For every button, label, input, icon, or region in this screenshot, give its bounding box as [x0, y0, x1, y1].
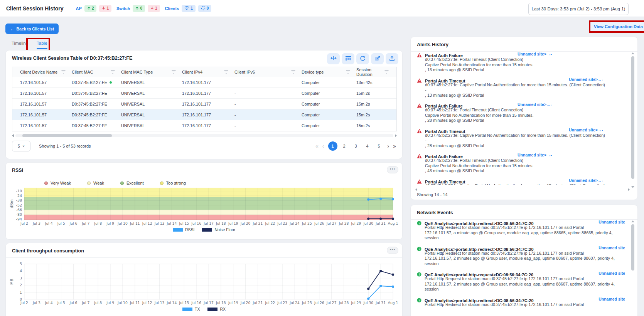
back-to-clients-button[interactable]: ← Back to Clients List [5, 24, 59, 34]
svg-text:Jul 10: Jul 10 [117, 221, 128, 225]
legend-swatch [202, 228, 212, 232]
alert-site-link[interactable]: Unnamed site>→- [569, 178, 603, 183]
cell-ipv4: 172.16.101.177 [182, 102, 234, 106]
scroll-up-icon[interactable] [631, 220, 634, 222]
first-page-button[interactable]: « [315, 143, 319, 149]
event-site-link[interactable]: Unnamed site [598, 245, 625, 250]
filter-icon[interactable] [384, 70, 389, 74]
table-row[interactable]: 172.16.101.57D0:37:45:B2:27:FEUNIVERSAL1… [12, 99, 396, 109]
event-site-link[interactable]: Unnamed site [598, 271, 625, 276]
alert-detail-line: , 43 minutes ago @ SSID Portal [425, 168, 625, 174]
refresh-button[interactable] [356, 53, 369, 64]
cell-duration: 15m 2s [356, 113, 395, 117]
alert-site-link[interactable]: Unnamed site>→- [569, 77, 603, 82]
table-row[interactable]: 172.16.101.57D0:37:45:B2:27:FEUNIVERSAL1… [12, 120, 396, 131]
legend-item[interactable]: RX [207, 307, 226, 311]
filter-icon[interactable] [111, 70, 115, 74]
ap-down-badge[interactable]: 1 [99, 5, 111, 12]
switch-up-badge[interactable]: 0 [133, 5, 145, 12]
table-row[interactable]: 172.16.101.57D0:37:45:B2:27:FEUNIVERSAL1… [12, 109, 396, 120]
scroll-down-icon[interactable] [631, 186, 634, 188]
clients-other-badge[interactable]: 0 [198, 5, 212, 12]
scrollbar-thumb[interactable] [631, 56, 634, 179]
alert-site-link[interactable]: Unnamed site>→- [569, 128, 603, 132]
alert-item[interactable]: Portal Auth TimeoutUnnamed site>→-d0:37:… [417, 178, 625, 185]
open-external-button[interactable] [371, 53, 384, 64]
scrollbar-track[interactable] [15, 134, 393, 137]
network-event-item[interactable]: QoE Analytics>portal.http-redirect>DC:08… [417, 220, 625, 241]
tab-timeline[interactable]: Timeline [12, 41, 28, 49]
cell-client-mac: D0:37:45:B2:27:FE [72, 80, 121, 85]
page-button[interactable]: 4 [363, 141, 372, 151]
columns-button[interactable] [342, 53, 354, 64]
info-icon [417, 220, 421, 241]
table-row[interactable]: 172.16.101.57D0:37:45:B2:27:FEUNIVERSAL1… [12, 88, 396, 99]
page-button[interactable]: 1 [328, 141, 337, 151]
network-event-item[interactable]: QoE Analytics>portal.http-redirect>DC:08… [417, 245, 625, 267]
ap-up-badge[interactable]: 2 [84, 5, 97, 12]
network-event-item[interactable]: QoE Analytics>portal.http-request>DC:08:… [417, 271, 625, 292]
alert-item[interactable]: Portal Auth FailureUnnamed site>→-d0:37:… [417, 52, 625, 73]
legend-item[interactable]: TX [182, 307, 200, 311]
resize-columns-button[interactable] [327, 53, 340, 64]
alert-detail-line: - [425, 138, 625, 143]
page-button[interactable]: 5 [374, 141, 384, 151]
scroll-right-icon[interactable] [395, 134, 397, 137]
event-site-link[interactable]: Unnamed site [598, 297, 625, 301]
alert-site-link[interactable]: Unnamed site>→- [518, 153, 552, 157]
next-page-button[interactable]: › [388, 143, 389, 149]
alert-title: Portal Auth Timeout [425, 129, 465, 134]
alert-site-link[interactable]: Unnamed site>→- [518, 102, 552, 107]
filter-icon[interactable] [172, 70, 176, 74]
alert-item[interactable]: Portal Auth FailureUnnamed site>→-d0:37:… [417, 153, 625, 174]
legend-item[interactable]: Noise Floor [202, 227, 235, 232]
switch-down-badge[interactable]: 1 [148, 5, 160, 12]
svg-text:Jul 7: Jul 7 [81, 221, 89, 225]
page-size-select[interactable]: 5 ∨ [12, 141, 30, 151]
event-title: QoE Analytics>portal.http-request>DC:08:… [425, 272, 533, 277]
legend-item[interactable]: Very Weak [44, 181, 71, 185]
more-options-button[interactable]: ••• [387, 247, 398, 254]
page-button[interactable]: 3 [351, 141, 361, 151]
alerts-vertical-scrollbar[interactable] [631, 52, 635, 188]
cell-device-type: Computer [302, 102, 356, 106]
more-options-button[interactable]: ••• [387, 166, 398, 173]
tab-table[interactable]: Table [37, 41, 47, 49]
filter-icon[interactable] [346, 70, 350, 74]
clients-wireless-badge[interactable]: 1 [182, 5, 196, 12]
svg-text:Jul 27: Jul 27 [326, 301, 337, 305]
clients-label: Clients [165, 6, 179, 11]
scrollbar-thumb[interactable] [631, 224, 634, 271]
scrollbar-thumb[interactable] [22, 134, 112, 137]
view-configuration-link[interactable]: View Configuration Data [590, 22, 644, 31]
filter-icon[interactable] [224, 70, 228, 74]
page-button[interactable]: 2 [340, 141, 349, 151]
scroll-left-icon[interactable] [415, 188, 417, 191]
filter-icon[interactable] [291, 70, 295, 74]
scroll-left-icon[interactable] [12, 134, 14, 137]
cell-ipv6: - [234, 113, 302, 117]
alert-item[interactable]: Portal Auth FailureUnnamed site>→-d0:37:… [417, 102, 625, 123]
prev-page-button[interactable]: ‹ [322, 143, 324, 149]
last-page-button[interactable]: » [393, 143, 396, 149]
legend-item[interactable]: Too strong [160, 181, 186, 185]
table-horizontal-scrollbar[interactable] [12, 134, 397, 137]
event-site-link[interactable]: Unnamed site [598, 220, 625, 224]
alert-site-link[interactable]: Unnamed site>→- [518, 52, 552, 56]
scroll-up-icon[interactable] [631, 52, 634, 54]
export-button[interactable] [386, 53, 398, 64]
cell-ipv6: - [234, 80, 302, 85]
date-range-picker[interactable]: Last 30 Days: 3:53 pm (Jul 2) - 3:53 pm … [528, 3, 629, 15]
scroll-right-icon[interactable] [628, 188, 630, 191]
alert-item[interactable]: Portal Auth TimeoutUnnamed site>→-d0:37:… [417, 128, 625, 149]
svg-text:Jul 24: Jul 24 [289, 301, 300, 305]
filter-icon[interactable] [61, 70, 66, 74]
legend-item[interactable]: Excellent [120, 181, 144, 185]
table-row[interactable]: 172.16.101.57D0:37:45:B2:27:FEUNIVERSAL1… [12, 77, 396, 88]
network-event-item[interactable]: QoE Analytics>portal.http-redirect>DC:08… [417, 297, 625, 308]
legend-item[interactable]: RSSI [173, 227, 195, 232]
events-vertical-scrollbar[interactable] [631, 220, 635, 316]
cell-duration: 15m 2s [356, 123, 395, 128]
legend-item[interactable]: Weak [87, 181, 104, 185]
alert-item[interactable]: Portal Auth TimeoutUnnamed site>→-d0:37:… [417, 77, 625, 98]
